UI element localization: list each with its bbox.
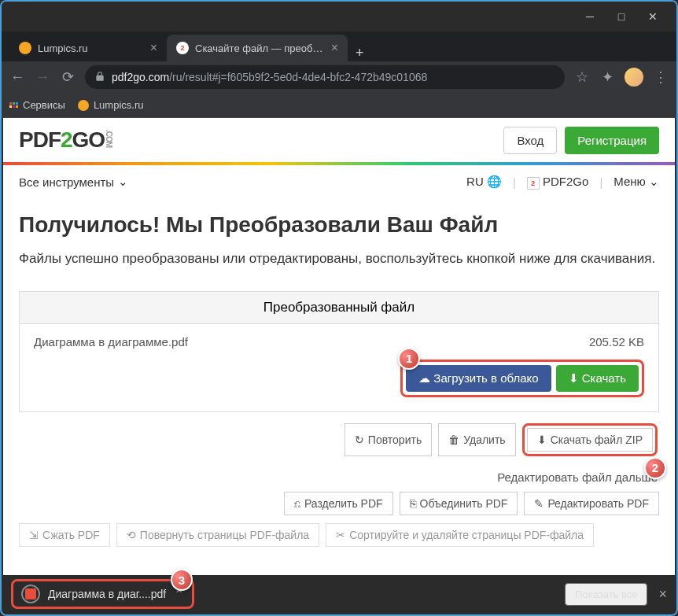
bookmark-lumpics[interactable]: Lumpics.ru: [78, 99, 144, 111]
browser-tab-pdf2go[interactable]: 2 Скачайте файл — преобразова ×: [167, 35, 348, 61]
edit-further-label: Редактировать файл дальше: [19, 470, 659, 484]
tab-favicon-icon: 2: [176, 42, 189, 54]
download-button[interactable]: ⬇ Скачать: [556, 365, 639, 392]
address-bar-row: ← → ⟳ pdf2go.com/ru/result#j=f605b9f2-5e…: [2, 61, 676, 93]
button-label: Объединить PDF: [420, 497, 508, 510]
callout-badge-2: 2: [644, 457, 666, 479]
button-label: Сжать PDF: [42, 529, 100, 541]
window-titlebar: ─ □ ✕: [2, 2, 676, 31]
show-all-downloads-button[interactable]: Показать все: [565, 583, 647, 606]
split-pdf-button[interactable]: ⎌Разделить PDF: [284, 492, 393, 515]
all-tools-dropdown[interactable]: Все инструменты ⌄: [19, 175, 128, 189]
new-tab-button[interactable]: +: [348, 45, 372, 61]
compress-pdf-button[interactable]: ⇲Сжать PDF: [19, 523, 110, 547]
close-tab-icon[interactable]: ×: [150, 41, 157, 55]
globe-icon: 🌐: [487, 175, 502, 188]
compress-icon: ⇲: [29, 529, 39, 541]
address-bar[interactable]: pdf2go.com/ru/result#j=f605b9f2-5e0d-4de…: [85, 65, 565, 89]
upload-cloud-button[interactable]: ☁ Загрузить в облако: [406, 365, 551, 392]
trash-icon: 🗑: [448, 433, 459, 446]
logo-com: .COM: [105, 130, 113, 147]
logo-pdf: PDF: [19, 127, 61, 152]
forward-icon[interactable]: →: [35, 69, 50, 86]
apps-icon: [9, 102, 18, 108]
brand-square-icon: 2: [527, 177, 540, 190]
button-label: Сортируйте и удаляйте страницы PDF-файла: [349, 529, 584, 541]
sort-icon: ✂: [336, 529, 345, 541]
refresh-icon: ↻: [355, 433, 364, 446]
result-header: Преобразованный файл: [20, 292, 658, 324]
button-label: Разделить PDF: [304, 497, 383, 510]
download-item-highlight: 3 Диаграмма в диаг....pdf ⌃: [11, 579, 194, 609]
language-selector[interactable]: RU 🌐: [466, 175, 502, 189]
minimize-button[interactable]: ─: [574, 5, 606, 28]
bookmark-label: Сервисы: [23, 99, 65, 111]
back-icon[interactable]: ←: [9, 69, 25, 86]
merge-icon: ⎘: [410, 497, 416, 510]
bookmarks-bar: Сервисы Lumpics.ru: [2, 93, 676, 118]
pdf2go-logo[interactable]: PDF2GO.COM: [19, 127, 113, 153]
profile-avatar[interactable]: [625, 68, 643, 87]
retry-button[interactable]: ↻ Повторить: [345, 423, 432, 456]
edit-icon: ✎: [534, 497, 544, 510]
edit-pdf-button[interactable]: ✎Редактировать PDF: [524, 492, 659, 515]
lumpics-favicon-icon: [78, 100, 89, 111]
menu-dropdown[interactable]: Меню ⌄: [614, 175, 659, 189]
brand-link[interactable]: 2 PDF2Go: [527, 175, 589, 190]
result-panel: Преобразованный файл Диаграмма в диаграм…: [19, 291, 659, 412]
download-filename[interactable]: Диаграмма в диаг....pdf: [48, 588, 166, 600]
callout-badge-3: 3: [171, 569, 193, 591]
tab-title: Скачайте файл — преобразова: [195, 42, 325, 54]
button-label: Повернуть страницы PDF-файла: [140, 529, 309, 541]
pdf-icon: [25, 588, 36, 599]
bookmark-services[interactable]: Сервисы: [9, 99, 65, 111]
lock-icon: [94, 71, 105, 84]
chevron-down-icon: ⌄: [118, 175, 128, 189]
tab-title: Lumpics.ru: [38, 42, 144, 54]
button-label: Повторить: [368, 433, 422, 446]
login-button[interactable]: Вход: [503, 127, 557, 154]
bookmark-label: Lumpics.ru: [94, 99, 144, 111]
page-subtitle: Файлы успешно преобразованы или отредакт…: [19, 249, 659, 269]
all-tools-label: Все инструменты: [19, 175, 114, 189]
close-downloads-bar-icon[interactable]: ×: [658, 586, 667, 603]
maximize-button[interactable]: □: [606, 5, 637, 28]
callout-badge-1: 1: [398, 348, 420, 370]
separator: |: [599, 175, 602, 189]
download-zip-button[interactable]: ⬇ Скачать файл ZIP: [527, 428, 653, 452]
logo-two: 2: [61, 127, 72, 152]
tab-favicon-icon: [19, 42, 31, 54]
star-icon[interactable]: ☆: [574, 68, 590, 86]
split-icon: ⎌: [294, 497, 300, 510]
menu-icon[interactable]: ⋮: [653, 68, 669, 86]
browser-tab-strip: Lumpics.ru × 2 Скачайте файл — преобразо…: [2, 31, 676, 61]
register-button[interactable]: Регистрация: [565, 127, 659, 154]
result-filesize: 205.52 KB: [589, 335, 644, 349]
logo-go: GO: [72, 127, 105, 152]
page-title: Получилось! Мы Преобразовали Ваш Файл: [19, 212, 659, 238]
close-window-button[interactable]: ✕: [637, 5, 669, 28]
sort-pdf-button[interactable]: ✂Сортируйте и удаляйте страницы PDF-файл…: [326, 523, 594, 547]
extensions-icon[interactable]: ✦: [599, 68, 615, 86]
rotate-icon: ⟲: [127, 529, 136, 541]
separator: |: [513, 175, 516, 189]
download-icon: ⬇: [569, 371, 579, 385]
button-label: Редактировать PDF: [547, 497, 649, 510]
merge-pdf-button[interactable]: ⎘Объединить PDF: [400, 492, 518, 515]
downloads-bar: 3 Диаграмма в диаг....pdf ⌃ Показать все…: [3, 575, 675, 613]
zip-highlight: 2 ⬇ Скачать файл ZIP: [522, 423, 658, 456]
button-label: Скачать: [582, 371, 626, 385]
reload-icon[interactable]: ⟳: [60, 68, 76, 86]
browser-tab-lumpics[interactable]: Lumpics.ru ×: [9, 35, 167, 61]
close-tab-icon[interactable]: ×: [331, 41, 338, 55]
primary-actions-highlight: 1 ☁ Загрузить в облако ⬇ Скачать: [400, 360, 644, 397]
button-label: Загрузить в облако: [433, 371, 538, 385]
delete-button[interactable]: 🗑 Удалить: [438, 423, 515, 456]
download-icon: ⬇: [537, 433, 547, 446]
button-label: Скачать файл ZIP: [551, 433, 643, 446]
button-label: Удалить: [463, 433, 505, 446]
url-host: pdf2go.com/ru/result#j=f605b9f2-5e0d-4de…: [112, 71, 427, 83]
result-filename: Диаграмма в диаграмме.pdf: [34, 335, 188, 349]
rotate-pdf-button[interactable]: ⟲Повернуть страницы PDF-файла: [116, 523, 319, 547]
page-content: PDF2GO.COM Вход Регистрация Все инструме…: [3, 118, 675, 575]
